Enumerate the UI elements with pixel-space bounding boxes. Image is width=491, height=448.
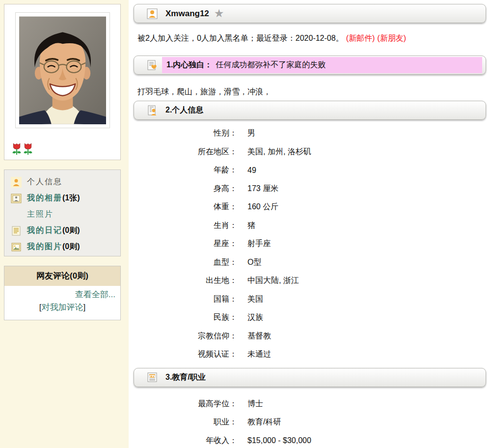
field-value: 美国 xyxy=(247,294,263,305)
field-label: 身高： xyxy=(134,184,237,194)
sidebar-item-label: 我的日记 xyxy=(27,225,62,236)
add-comment-link[interactable]: [对我加评论] xyxy=(4,302,120,313)
sidebar-item-label: 主照片 xyxy=(27,209,54,220)
field-row-age: 年龄：49 xyxy=(134,161,486,180)
favorite-star-icon[interactable]: ★ xyxy=(214,8,224,19)
field-value: 中国大陆, 浙江 xyxy=(247,276,299,286)
person-document-icon xyxy=(146,105,158,116)
sidebar-item-personal-info[interactable]: 个人信息 xyxy=(4,174,120,190)
pictures-icon xyxy=(11,242,22,252)
field-row-occupation: 职业：教育/科研 xyxy=(134,413,486,432)
field-row-weight: 体重：160 公斤 xyxy=(134,198,486,217)
field-row-location: 所在地区：美国, 加州, 洛杉矶 xyxy=(134,143,486,162)
field-row-blood-type: 血型：O型 xyxy=(134,253,486,272)
diary-icon xyxy=(11,225,22,236)
portrait-image xyxy=(19,16,106,124)
album-icon xyxy=(11,193,22,204)
person-icon xyxy=(11,177,22,188)
profile-main: Xmwang12 ★ 被2人加入关注，0人加入黑名单；最近登录：2020-12-… xyxy=(134,0,486,448)
monologue-title: 1.内心独白： xyxy=(166,60,212,70)
section-title: 2.个人信息 xyxy=(165,105,203,115)
field-value: 汉族 xyxy=(247,312,263,323)
field-label: 星座： xyxy=(134,239,237,249)
field-row-height: 身高：173 厘米 xyxy=(134,180,486,198)
sidebar-item-my-diary[interactable]: 我的日记(0则) xyxy=(4,223,120,239)
status-line: 被2人加入关注，0人加入黑名单；最近登录：2020-12-08。(新邮件)(新朋… xyxy=(137,33,486,44)
field-label: 年龄： xyxy=(134,165,237,175)
field-value: 射手座 xyxy=(247,239,271,249)
flower-decorations xyxy=(12,143,33,155)
sidebar-item-label: 个人信息 xyxy=(27,177,62,187)
new-friends-link[interactable]: (新朋友) xyxy=(377,34,406,42)
field-label: 宗教信仰： xyxy=(134,331,237,341)
new-mail-link[interactable]: (新邮件) xyxy=(346,34,375,42)
education-fields: 最高学位：博士 职业：教育/科研 年收入：$15,000 - $30,000 xyxy=(134,395,486,448)
field-label: 所在地区： xyxy=(134,147,237,157)
field-value: 160 公斤 xyxy=(247,202,278,212)
field-row-birthplace: 出生地：中国大陆, 浙江 xyxy=(134,272,486,290)
field-row-religion: 宗教信仰：基督教 xyxy=(134,327,486,346)
field-row-nationality: 国籍：美国 xyxy=(134,290,486,309)
tulip-icon xyxy=(23,143,33,155)
username-bar: Xmwang12 ★ xyxy=(134,4,486,23)
monologue-text: 任何成功都弥补不了家庭的失败 xyxy=(216,60,326,70)
monologue-highlight: 1.内心独白： 任何成功都弥补不了家庭的失败 xyxy=(162,57,482,73)
sidebar-item-my-pictures[interactable]: 我的图片(0则) xyxy=(4,239,120,255)
field-row-degree: 最高学位：博士 xyxy=(134,395,486,414)
field-label: 职业： xyxy=(134,417,237,427)
section-title: 3.教育/职业 xyxy=(165,372,206,383)
field-value: 博士 xyxy=(247,399,263,409)
field-label: 年收入： xyxy=(134,436,237,446)
field-value: 猪 xyxy=(247,221,255,231)
tulip-icon xyxy=(12,143,22,155)
field-value: 49 xyxy=(247,166,256,175)
field-label: 最高学位： xyxy=(134,399,237,409)
status-text: 被2人加入关注，0人加入黑名单；最近登录：2020-12-08。 xyxy=(137,34,344,42)
field-label: 国籍： xyxy=(134,294,237,305)
main-photo[interactable] xyxy=(15,12,110,128)
monologue-note-icon xyxy=(146,59,158,71)
username: Xmwang12 xyxy=(165,9,209,19)
field-label: 出生地： xyxy=(134,276,237,286)
field-value: 教育/科研 xyxy=(247,417,281,427)
comments-title: 网友评论(0则) xyxy=(4,266,120,286)
section-education-bar: 3.教育/职业 xyxy=(134,368,486,387)
field-value: 男 xyxy=(247,128,255,139)
field-row-ethnicity: 民族：汉族 xyxy=(134,308,486,327)
sidebar-item-label: 我的图片 xyxy=(27,242,62,252)
field-value: 未通过 xyxy=(247,349,271,360)
field-value: O型 xyxy=(247,257,261,268)
sidebar-item-my-album[interactable]: 我的相册(1张) xyxy=(4,190,120,206)
field-row-zodiac-animal: 生肖：猪 xyxy=(134,217,486,235)
field-value: 美国, 加州, 洛杉矶 xyxy=(247,147,311,157)
hobbies-text: 打羽毛球，爬山，旅游，滑雪，冲浪， xyxy=(137,86,486,97)
field-value: 173 厘米 xyxy=(247,184,278,194)
profile-photo-card xyxy=(4,4,121,160)
field-label: 体重： xyxy=(134,202,237,212)
section-monologue-bar: 1.内心独白： 任何成功都弥补不了家庭的失败 xyxy=(134,56,486,75)
comments-box: 网友评论(0则) 查看全部... [对我加评论] xyxy=(4,266,121,320)
sidebar-menu: 个人信息 我的相册(1张) 主照片 我的日记(0则) xyxy=(4,169,121,256)
field-label: 视频认证： xyxy=(134,349,237,360)
field-row-video-verification: 视频认证：未通过 xyxy=(134,345,486,364)
section-personal-info-bar: 2.个人信息 xyxy=(134,101,486,120)
field-value: $15,000 - $30,000 xyxy=(247,436,311,445)
sidebar-item-label: 我的相册 xyxy=(27,193,62,203)
field-row-constellation: 星座：射手座 xyxy=(134,235,486,253)
personal-info-fields: 性别：男 所在地区：美国, 加州, 洛杉矶 年龄：49 身高：173 厘米 体重… xyxy=(134,124,486,364)
field-row-income: 年收入：$15,000 - $30,000 xyxy=(134,432,486,448)
field-value: 基督教 xyxy=(247,331,271,341)
sidebar-item-main-photo[interactable]: 主照片 xyxy=(4,206,120,223)
view-all-comments-link[interactable]: 查看全部... xyxy=(4,286,120,300)
field-label: 性别： xyxy=(134,128,237,139)
field-label: 生肖： xyxy=(134,221,237,231)
field-label: 血型： xyxy=(134,257,237,268)
newspaper-icon xyxy=(146,371,158,383)
field-row-gender: 性别：男 xyxy=(134,124,486,143)
user-card-icon xyxy=(146,8,158,20)
field-label: 民族： xyxy=(134,312,237,323)
